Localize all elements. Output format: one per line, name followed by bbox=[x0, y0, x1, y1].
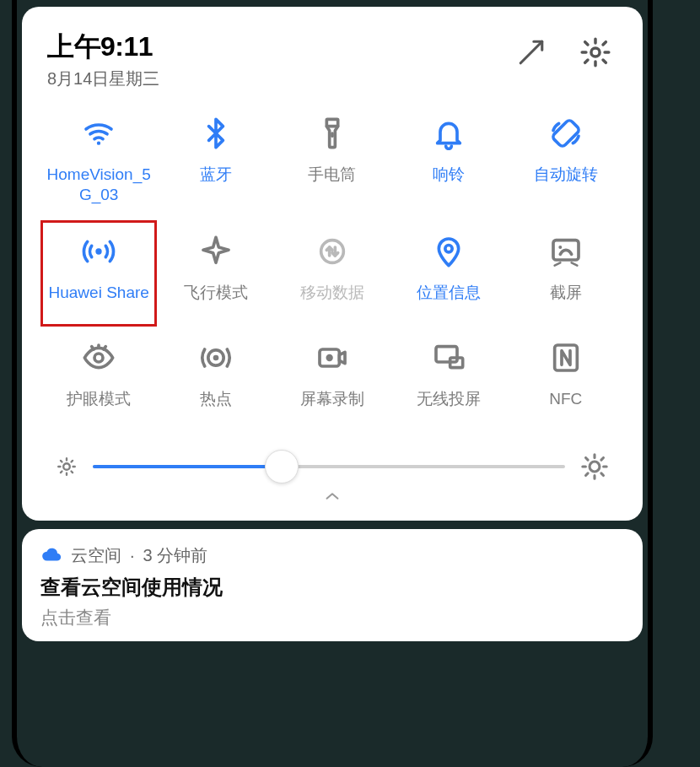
share-radio-icon bbox=[79, 232, 118, 271]
notification-subtitle: 点击查看 bbox=[40, 606, 624, 629]
panel-header: 上午9:11 8月14日星期三 bbox=[40, 22, 624, 102]
tile-wifi[interactable]: HomeVision_5G_03 bbox=[40, 102, 157, 220]
notification-header: 云空间 · 3 分钟前 bbox=[40, 544, 624, 567]
tile-label: Huawei Share bbox=[49, 283, 149, 303]
svg-rect-4 bbox=[552, 119, 580, 148]
tile-airplane[interactable]: 飞行模式 bbox=[157, 220, 273, 327]
collapse-button[interactable] bbox=[40, 487, 624, 516]
brightness-slider[interactable] bbox=[93, 450, 565, 483]
tile-label: 护眼模式 bbox=[67, 389, 131, 409]
edit-button[interactable] bbox=[514, 35, 548, 69]
tile-location[interactable]: 位置信息 bbox=[390, 220, 507, 327]
record-icon bbox=[313, 338, 352, 377]
tile-cast[interactable]: 无线投屏 bbox=[390, 327, 507, 433]
rotate-icon bbox=[547, 114, 585, 153]
clock-date: 8月14日星期三 bbox=[47, 68, 159, 90]
tile-label: 移动数据 bbox=[300, 283, 364, 303]
svg-point-5 bbox=[96, 248, 102, 254]
notification-age: 3 分钟前 bbox=[143, 544, 208, 567]
tile-label: 位置信息 bbox=[417, 283, 481, 303]
brightness-high-icon bbox=[580, 452, 609, 481]
tile-label: 自动旋转 bbox=[534, 165, 598, 185]
tile-eye[interactable]: 护眼模式 bbox=[40, 327, 157, 433]
notification-app: 云空间 bbox=[71, 544, 121, 567]
tile-label: 手电筒 bbox=[308, 165, 356, 185]
location-icon bbox=[429, 232, 468, 271]
notification-separator: · bbox=[130, 546, 135, 565]
brightness-row bbox=[40, 433, 624, 487]
tile-label: 热点 bbox=[200, 389, 232, 409]
tile-rotate[interactable]: 自动旋转 bbox=[508, 102, 624, 220]
tile-label: 飞行模式 bbox=[184, 283, 248, 303]
airplane-icon bbox=[197, 232, 235, 271]
tile-label: 屏幕录制 bbox=[300, 389, 364, 409]
svg-point-0 bbox=[591, 48, 600, 57]
svg-point-10 bbox=[94, 354, 103, 362]
gear-icon bbox=[579, 36, 611, 68]
pencil-icon bbox=[517, 38, 546, 67]
tile-bell[interactable]: 响铃 bbox=[390, 102, 507, 220]
svg-point-14 bbox=[326, 354, 332, 360]
tile-label: NFC bbox=[549, 389, 582, 409]
tile-label: 无线投屏 bbox=[417, 389, 481, 409]
tile-label: 响铃 bbox=[433, 165, 465, 185]
hotspot-icon bbox=[197, 338, 235, 377]
tile-label: HomeVision_5G_03 bbox=[42, 165, 155, 205]
quick-settings-grid: HomeVision_5G_03蓝牙手电筒响铃自动旋转Huawei Share飞… bbox=[40, 102, 624, 433]
eye-icon bbox=[79, 338, 118, 377]
tile-record[interactable]: 屏幕录制 bbox=[274, 327, 390, 433]
screenshot-icon bbox=[547, 232, 585, 271]
tile-share-radio[interactable]: Huawei Share bbox=[40, 220, 157, 327]
svg-point-18 bbox=[63, 463, 70, 470]
bell-icon bbox=[429, 114, 468, 153]
nfc-icon bbox=[547, 338, 585, 377]
mobiledata-icon bbox=[313, 232, 352, 271]
time-block: 上午9:11 8月14日星期三 bbox=[47, 29, 159, 90]
notification-card[interactable]: 云空间 · 3 分钟前 查看云空间使用情况 点击查看 bbox=[22, 529, 643, 641]
flashlight-icon bbox=[313, 114, 352, 153]
svg-point-7 bbox=[445, 245, 452, 251]
tile-nfc[interactable]: NFC bbox=[508, 327, 624, 433]
tile-label: 截屏 bbox=[550, 283, 582, 303]
tile-flashlight[interactable]: 手电筒 bbox=[274, 102, 390, 220]
cast-icon bbox=[429, 338, 468, 377]
tile-bluetooth[interactable]: 蓝牙 bbox=[157, 102, 273, 220]
brightness-low-icon bbox=[56, 456, 78, 478]
tile-label: 蓝牙 bbox=[200, 165, 232, 185]
clock-time: 上午9:11 bbox=[47, 29, 159, 66]
quick-settings-panel: 上午9:11 8月14日星期三 HomeVision_5G_03蓝牙手电筒响铃自… bbox=[22, 7, 643, 521]
svg-rect-2 bbox=[326, 119, 337, 126]
notification-title: 查看云空间使用情况 bbox=[40, 574, 624, 601]
svg-point-9 bbox=[558, 246, 562, 249]
chevron-up-icon bbox=[318, 487, 347, 505]
tile-hotspot[interactable]: 热点 bbox=[157, 327, 273, 433]
bluetooth-icon bbox=[197, 114, 235, 153]
tile-screenshot[interactable]: 截屏 bbox=[508, 220, 624, 327]
svg-point-11 bbox=[213, 354, 218, 360]
svg-rect-15 bbox=[436, 346, 457, 361]
wifi-icon bbox=[79, 114, 118, 153]
svg-point-19 bbox=[590, 462, 600, 472]
tile-mobiledata[interactable]: 移动数据 bbox=[274, 220, 390, 327]
settings-button[interactable] bbox=[579, 35, 612, 69]
cloud-icon bbox=[40, 544, 62, 566]
svg-point-1 bbox=[97, 142, 100, 145]
